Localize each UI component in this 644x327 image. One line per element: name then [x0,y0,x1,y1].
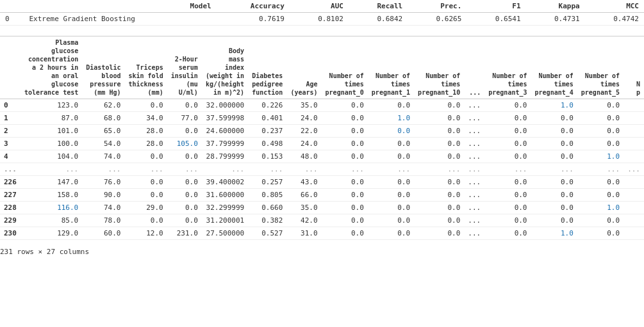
main-cell-more [623,202,644,214]
main-cell-preg1: 0.0 [368,227,414,240]
main-cell-preg0: 0.0 [322,227,368,240]
main-cell-preg10: 0.0 [414,99,464,112]
main-cell-plasma: 100.0 [21,138,82,150]
main-cell-preg3: 0.0 [484,214,531,227]
main-cell-plasma: 158.0 [21,189,82,202]
main-cell-more [623,176,644,189]
main-cell-diabetes: 0.805 [248,189,286,202]
main-cell-more [623,150,644,163]
main-cell-preg3: 0.0 [484,150,531,163]
main-cell-more [623,214,644,227]
main-cell-insulin: ... [167,163,202,176]
main-cell-bmi: 32.299999 [202,202,248,214]
main-cell-preg4: 0.0 [531,202,577,214]
main-cell-diabetes: 0.401 [248,112,286,125]
main-cell-insulin: 0.0 [167,202,202,214]
main-cell-insulin: 0.0 [167,176,202,189]
main-cell-idx: 226 [0,176,21,189]
main-cell-triceps: 28.0 [124,125,167,138]
main-cell-age: 24.0 [286,112,321,125]
main-cell-age: 35.0 [286,202,321,214]
main-cell-ellipsis: ... [464,214,484,227]
main-cell-preg1: 0.0 [368,214,414,227]
main-cell-diabetes: 0.226 [248,99,286,112]
main-cell-insulin: 77.0 [167,112,202,125]
main-cell-insulin: 0.0 [167,189,202,202]
top-col-header-2: Accuracy [217,0,290,13]
main-cell-bmi: 37.799999 [202,138,248,150]
main-cell-age: 22.0 [286,125,321,138]
main-cell-plasma: 101.0 [21,125,82,138]
main-cell-preg1: 0.0 [368,202,414,214]
main-cell-more [623,138,644,150]
main-cell-more [623,227,644,240]
main-cell-preg10: 0.0 [414,202,464,214]
main-cell-diastolic: 60.0 [82,227,124,240]
main-cell-bmi: 31.200001 [202,214,248,227]
main-col-header-diastolic: Diastolicbloodpressure(mm Hg) [82,36,124,99]
main-cell-preg0: 0.0 [322,99,368,112]
main-cell-triceps: 12.0 [124,227,167,240]
top-cell-3: 0.8102 [290,13,349,26]
main-cell-bmi: 39.400002 [202,176,248,189]
main-cell-triceps: ... [124,163,167,176]
main-cell-preg3: 0.0 [484,189,531,202]
main-cell-diabetes: 0.382 [248,214,286,227]
main-col-header-ellipsis: ... [464,36,484,99]
top-cell-5: 0.6265 [408,13,466,26]
main-col-header-preg1: Number oftimespregnant_1 [368,36,414,99]
main-cell-diabetes: 0.498 [248,138,286,150]
top-cell-1: Extreme Gradient Boosting [24,13,216,26]
main-cell-idx: 227 [0,189,21,202]
main-cell-preg0: 0.0 [322,150,368,163]
main-cell-age: 43.0 [286,176,321,189]
main-cell-insulin: 0.0 [167,99,202,112]
main-cell-preg0: 0.0 [322,202,368,214]
top-col-header-8: MCC [585,0,644,13]
main-cell-more: ... [623,163,644,176]
main-col-header-preg10: Number oftimespregnant_10 [414,36,464,99]
main-cell-preg4: 0.0 [531,125,577,138]
main-cell-preg4: 0.0 [531,214,577,227]
main-cell-preg1: ... [368,163,414,176]
main-cell-preg5: 0.0 [577,112,623,125]
main-cell-triceps: 0.0 [124,176,167,189]
top-cell-4: 0.6842 [349,13,408,26]
main-cell-ellipsis: ... [464,176,484,189]
main-cell-preg4: 0.0 [531,189,577,202]
main-cell-diastolic: 62.0 [82,99,124,112]
main-cell-preg5: 0.0 [577,176,623,189]
main-cell-preg10: 0.0 [414,227,464,240]
main-cell-ellipsis: ... [464,125,484,138]
main-cell-preg3: 0.0 [484,125,531,138]
main-col-header-age: Age(years) [286,36,321,99]
main-cell-idx: 2 [0,125,21,138]
top-cell-0: 0 [0,13,24,26]
top-col-header-5: Prec. [408,0,466,13]
main-cell-preg10: 0.0 [414,150,464,163]
main-cell-preg10: 0.0 [414,189,464,202]
main-col-header-preg5: Number oftimespregnant_5 [577,36,623,99]
main-cell-diabetes: 0.257 [248,176,286,189]
main-cell-preg5: 1.0 [577,202,623,214]
main-cell-insulin: 0.0 [167,150,202,163]
main-cell-bmi: 28.799999 [202,150,248,163]
main-cell-plasma: 147.0 [21,176,82,189]
main-cell-more [623,125,644,138]
main-cell-preg0: 0.0 [322,189,368,202]
main-cell-idx: 3 [0,138,21,150]
main-cell-diastolic: 68.0 [82,112,124,125]
main-cell-preg10: 0.0 [414,176,464,189]
main-cell-idx: 228 [0,202,21,214]
data-table: Plasmaglucoseconcentrationa 2 hours inan… [0,36,644,240]
main-cell-preg5: 0.0 [577,214,623,227]
main-cell-preg0: 0.0 [322,112,368,125]
main-cell-preg10: 0.0 [414,112,464,125]
main-col-header-idx [0,36,21,99]
top-cell-7: 0.4731 [526,13,585,26]
main-cell-preg1: 0.0 [368,99,414,112]
main-cell-age: 48.0 [286,150,321,163]
main-cell-triceps: 0.0 [124,189,167,202]
main-cell-diabetes: 0.153 [248,150,286,163]
main-cell-triceps: 29.0 [124,202,167,214]
